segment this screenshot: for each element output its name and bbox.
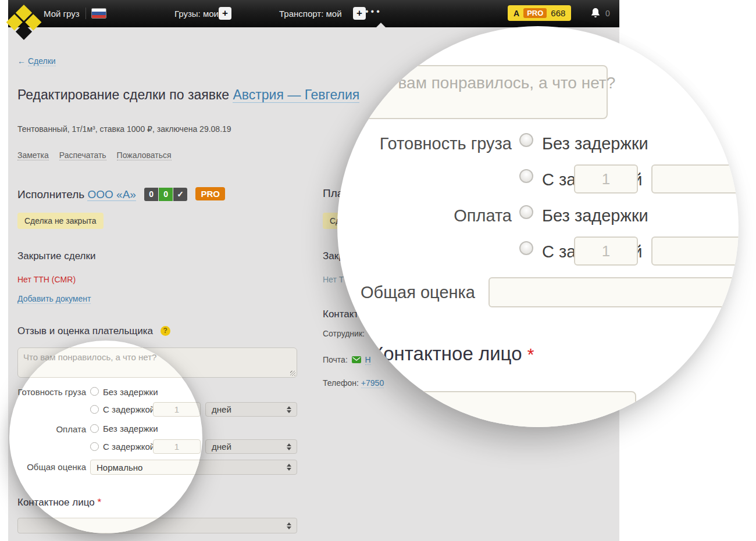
zoom-payment-unit-select	[651, 237, 739, 266]
zoom-readiness-unit-select	[651, 164, 739, 194]
readiness-label: Готовность груза	[17, 387, 86, 397]
readiness-delay-unit-select[interactable]: дней	[205, 402, 297, 417]
email-link[interactable]: Н	[365, 355, 371, 365]
email-label: Почта:	[323, 355, 348, 364]
zoom-readiness-no-delay-radio	[519, 133, 533, 147]
payment-label: Оплата	[17, 424, 86, 434]
select-spinner-icon	[287, 443, 291, 450]
magnifier-source-content: Отзыв и оценка плательщика ? Что вам пон…	[9, 341, 202, 533]
required-mark: *	[97, 497, 101, 508]
payment-delay-unit-select[interactable]: дней	[205, 439, 297, 454]
magnifier-zoom-lens: Что вам понравилось, а что нет? Готовнос…	[337, 26, 739, 427]
select-spinner-icon	[287, 406, 291, 413]
overall-rating-select[interactable]: Нормально	[90, 460, 202, 475]
screenshot-canvas: Мой груз Грузы: мои + Транспорт: мой + •…	[0, 0, 756, 541]
readiness-with-delay-radio[interactable]	[90, 405, 99, 414]
phone-label: Телефон:	[323, 378, 359, 388]
readiness-delay-input[interactable]: 1	[153, 402, 201, 417]
payment-with-delay-radio[interactable]	[90, 442, 99, 451]
zoom-payment-delay-input: 1	[574, 237, 638, 266]
payment-no-delay-radio[interactable]	[90, 424, 99, 433]
zoom-readiness-with-delay-radio	[519, 169, 533, 183]
select-spinner-icon	[287, 464, 291, 471]
select-spinner-icon	[287, 522, 291, 529]
zoom-readiness-no-delay-option: Без задержки	[542, 134, 648, 153]
overall-label: Общая оценка	[17, 462, 86, 472]
employee-label: Сотрудник:	[323, 329, 365, 338]
zoom-payment-no-delay-option: Без задержки	[542, 206, 648, 225]
review-heading: Отзыв и оценка плательщика ?	[17, 325, 170, 337]
review-form-section: Отзыв и оценка плательщика ? Что вам пон…	[9, 341, 202, 533]
payment-delay-input[interactable]: 1	[153, 439, 201, 454]
payment-no-delay-option: Без задержки	[103, 424, 158, 433]
zoom-readiness-delay-input: 1	[574, 164, 638, 194]
zoom-required-mark: *	[527, 345, 534, 364]
envelope-icon	[352, 356, 361, 363]
payment-with-delay-option: С задержкой	[103, 442, 155, 452]
zoom-overall-select	[488, 277, 739, 307]
email-row: Почта: Н	[323, 355, 371, 364]
help-icon[interactable]: ?	[161, 326, 170, 336]
readiness-with-delay-option: С задержкой	[103, 404, 155, 414]
zoom-readiness-label: Готовность груза	[337, 134, 512, 153]
magnifier-source-lens: Отзыв и оценка плательщика ? Что вам пон…	[9, 341, 202, 533]
zoom-payment-label: Оплата	[337, 206, 512, 225]
zoom-comment-placeholder: Что вам понравилось, а что нет?	[366, 74, 615, 92]
zoom-payment-no-delay-radio	[519, 205, 533, 219]
readiness-no-delay-option: Без задержки	[103, 387, 158, 397]
zoom-payment-with-delay-radio	[519, 241, 533, 255]
zoom-contact-heading: Контактное лицо *	[372, 343, 534, 365]
readiness-no-delay-radio[interactable]	[90, 387, 99, 396]
zoom-overall-label: Общая оценка	[337, 283, 475, 302]
phone-link[interactable]: +7950	[361, 378, 384, 388]
phone-row: Телефон: +7950	[323, 378, 384, 388]
resize-handle-icon[interactable]	[290, 371, 295, 376]
